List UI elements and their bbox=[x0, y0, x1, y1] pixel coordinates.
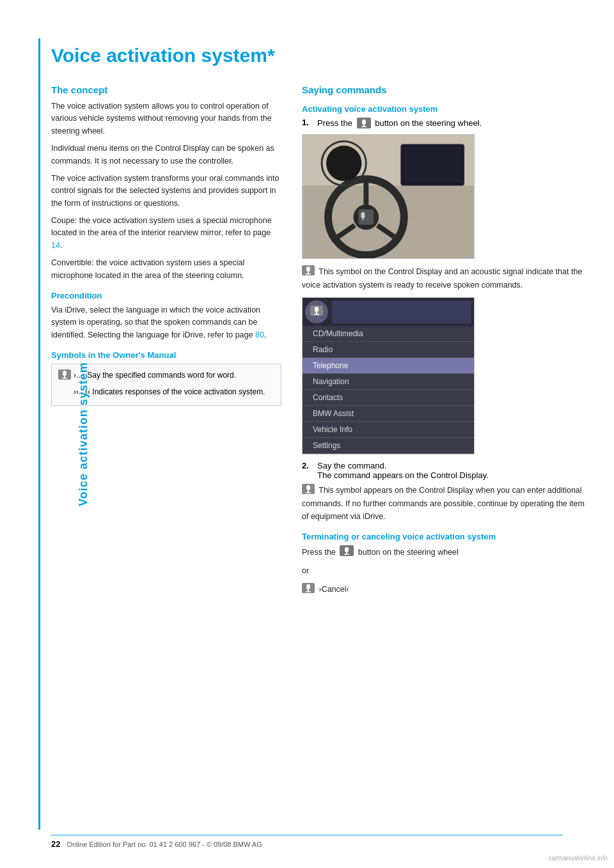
svg-rect-36 bbox=[346, 552, 347, 554]
step-1-row: 1. Press the button on the steering whee… bbox=[302, 118, 588, 130]
svg-rect-23 bbox=[306, 267, 310, 272]
symbol-row-2: ››...‹‹ Indicates responses of the voice… bbox=[58, 386, 274, 398]
terminating-cancel: ›Cancel‹ bbox=[302, 583, 588, 597]
svg-rect-41 bbox=[306, 591, 311, 593]
concept-para-5: Convertible: the voice activation system… bbox=[51, 257, 281, 282]
link-page-80[interactable]: 80 bbox=[255, 330, 264, 339]
symbol-row-1: ›...‹ Say the specified commands word fo… bbox=[58, 369, 274, 384]
concept-para-2: Individual menu items on the Control Dis… bbox=[51, 143, 281, 167]
svg-rect-25 bbox=[306, 274, 311, 275]
symbol-description: This symbol on the Control Display and a… bbox=[302, 265, 588, 292]
menu-item: Settings bbox=[303, 438, 474, 454]
svg-rect-2 bbox=[64, 376, 65, 378]
symbol-icon-small bbox=[302, 265, 315, 279]
menu-item: BMW Assist bbox=[303, 406, 474, 422]
step-2-detail2-text: This symbol appears on the Control Displ… bbox=[302, 486, 585, 520]
link-page-14[interactable]: 14 bbox=[51, 241, 60, 250]
menu-item: Contacts bbox=[303, 390, 474, 406]
svg-rect-16 bbox=[361, 212, 365, 219]
svg-rect-40 bbox=[308, 589, 309, 591]
page-number: 22 bbox=[51, 839, 60, 849]
page-footer: 22 Online Edition for Part no. 01 41 2 6… bbox=[51, 835, 563, 849]
step-1-text: Press the bbox=[317, 118, 352, 128]
terminating-or: or bbox=[302, 565, 588, 577]
menu-item: CD/Multimedia bbox=[303, 326, 474, 342]
svg-rect-37 bbox=[344, 554, 349, 555]
activating-title: Activating voice activation system bbox=[302, 104, 588, 114]
step-1-number: 1. bbox=[302, 118, 313, 130]
step-1-content: Press the button on the steering wheel. bbox=[317, 118, 588, 130]
svg-rect-31 bbox=[306, 485, 310, 490]
terminating-text-2: button on the steering wheel bbox=[358, 548, 459, 557]
page-container: Voice activation system Voice activation… bbox=[0, 0, 614, 868]
footer-text: Online Edition for Part no. 01 41 2 600 … bbox=[67, 841, 262, 848]
svg-rect-28 bbox=[316, 312, 317, 314]
symbol-desc-text: This symbol on the Control Display and a… bbox=[302, 267, 582, 290]
terminating-text-1: Press the bbox=[302, 548, 336, 557]
sidebar-label: Voice activation system bbox=[77, 362, 90, 506]
symbol-1-text: ›...‹ Say the specified commands word fo… bbox=[74, 369, 236, 382]
cancel-text: ›Cancel‹ bbox=[319, 585, 349, 594]
concept-para-1: The voice activation system allows you t… bbox=[51, 100, 281, 137]
step-2-text: Say the command. bbox=[317, 461, 386, 470]
step-2-content: Say the command. The command appears on … bbox=[317, 461, 588, 480]
step-2-detail2: This symbol appears on the Control Displ… bbox=[302, 484, 588, 523]
svg-rect-39 bbox=[306, 584, 310, 589]
concept-title: The concept bbox=[51, 84, 281, 95]
svg-rect-32 bbox=[308, 490, 309, 492]
symbol-icon-step2 bbox=[302, 484, 315, 498]
svg-rect-27 bbox=[315, 307, 319, 312]
svg-rect-33 bbox=[306, 492, 311, 493]
svg-rect-17 bbox=[362, 219, 363, 221]
saying-commands-title: Saying commands bbox=[302, 84, 588, 95]
svg-rect-24 bbox=[308, 272, 309, 274]
left-column: The concept The voice activation system … bbox=[51, 84, 281, 602]
terminating-button-icon bbox=[340, 545, 354, 560]
voice-icon-1 bbox=[58, 369, 71, 384]
sidebar-accent bbox=[38, 38, 40, 830]
svg-rect-7 bbox=[361, 127, 366, 128]
concept-para-4: Coupe: the voice activation system uses … bbox=[51, 215, 281, 252]
two-column-layout: The concept The voice activation system … bbox=[51, 84, 588, 602]
precondition-text: Via iDrive, select the language in which… bbox=[51, 304, 281, 341]
precondition-title: Precondition bbox=[51, 291, 281, 300]
svg-point-21 bbox=[326, 146, 361, 181]
svg-rect-19 bbox=[404, 148, 461, 182]
svg-rect-15 bbox=[358, 210, 374, 225]
step-1-text2: button on the steering wheel. bbox=[375, 118, 482, 128]
concept-para-3: The voice activation system transforms y… bbox=[51, 173, 281, 210]
svg-rect-29 bbox=[314, 314, 319, 315]
svg-rect-5 bbox=[362, 120, 366, 125]
step-2-detail1: The command appears on the Control Displ… bbox=[317, 470, 489, 480]
symbol-2-text: ››...‹‹ Indicates responses of the voice… bbox=[74, 386, 265, 398]
terminating-title: Terminating or canceling voice activatio… bbox=[302, 532, 588, 541]
step-2-row: 2. Say the command. The command appears … bbox=[302, 461, 588, 480]
main-title: Voice activation system* bbox=[51, 38, 588, 66]
svg-rect-6 bbox=[363, 125, 365, 127]
cancel-icon bbox=[302, 583, 315, 597]
menu-item: Vehicle Info bbox=[303, 422, 474, 438]
idrive-menu-image: CD/MultimediaRadioTelephoneNavigationCon… bbox=[302, 297, 475, 454]
steering-button-icon bbox=[357, 118, 371, 130]
svg-rect-1 bbox=[63, 371, 67, 376]
watermark: carmanualonline.info bbox=[549, 855, 608, 862]
menu-item: Navigation bbox=[303, 374, 474, 390]
svg-rect-35 bbox=[345, 547, 349, 552]
content-area: Voice activation system* The concept The… bbox=[51, 38, 588, 602]
steering-wheel-image bbox=[302, 134, 475, 259]
menu-item: Telephone bbox=[303, 358, 474, 374]
svg-rect-3 bbox=[62, 378, 67, 379]
terminating-text: Press the button on the steering wheel bbox=[302, 545, 588, 560]
menu-item: Radio bbox=[303, 342, 474, 358]
symbols-title: Symbols in the Owner's Manual bbox=[51, 350, 281, 360]
step-2-number: 2. bbox=[302, 461, 313, 480]
menu-items-list: CD/MultimediaRadioTelephoneNavigationCon… bbox=[303, 326, 474, 454]
right-column: Saying commands Activating voice activat… bbox=[302, 84, 588, 602]
